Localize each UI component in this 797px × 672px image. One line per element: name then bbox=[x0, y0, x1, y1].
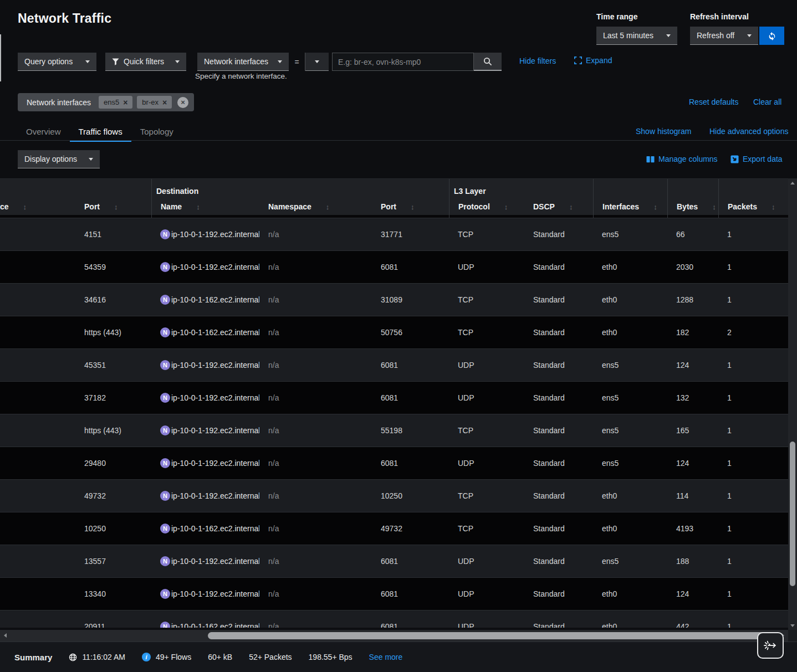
tab-topology[interactable]: Topology bbox=[131, 122, 182, 141]
cell-destination-name[interactable]: N ip-10-0-1-192.ec2.internal bbox=[151, 458, 259, 468]
chip-close-icon[interactable]: × bbox=[162, 99, 167, 106]
cell-namespace: n/a bbox=[259, 263, 372, 271]
export-data-link[interactable]: Export data bbox=[730, 155, 783, 163]
sort-icon[interactable]: ↕ bbox=[712, 203, 716, 211]
info-icon[interactable]: i bbox=[142, 653, 151, 661]
operator-dropdown[interactable] bbox=[305, 53, 329, 71]
cell-destination-name[interactable]: N ip-10-0-1-192.ec2.internal bbox=[151, 229, 259, 239]
query-options-label: Query options bbox=[24, 57, 73, 66]
cell-bytes: 182 bbox=[667, 328, 718, 337]
chevron-down-icon bbox=[666, 34, 671, 37]
sort-icon[interactable]: ↕ bbox=[653, 203, 657, 211]
sort-icon[interactable]: ↕ bbox=[504, 203, 508, 211]
tab-traffic-flows[interactable]: Traffic flows bbox=[70, 122, 131, 141]
cell-protocol: UDP bbox=[449, 361, 524, 370]
sort-icon[interactable]: ↕ bbox=[411, 203, 415, 211]
cell-destination-name[interactable]: N ip-10-0-1-162.ec2.internal bbox=[151, 327, 259, 337]
sort-icon[interactable]: ↕ bbox=[569, 203, 573, 211]
column-label: Bytes bbox=[677, 202, 698, 211]
flow-row[interactable]: 45351 N ip-10-0-1-192.ec2.internal n/a 6… bbox=[0, 348, 788, 381]
hide-filters-link[interactable]: Hide filters bbox=[519, 57, 556, 65]
column-header-namespace[interactable]: Namespace ↕ bbox=[259, 196, 372, 218]
column-header-name[interactable]: Name ↕ bbox=[151, 196, 259, 218]
pointer-mode-button[interactable] bbox=[757, 632, 784, 659]
time-range-select[interactable]: Last 5 minutes bbox=[596, 27, 677, 45]
flow-row[interactable]: 4151 N ip-10-0-1-192.ec2.internal n/a 31… bbox=[0, 218, 788, 250]
column-header-source-namespace[interactable]: ce ↕ bbox=[0, 196, 75, 218]
filter-chip-ens5[interactable]: ens5 × bbox=[99, 96, 132, 109]
horizontal-scrollbar[interactable] bbox=[0, 630, 788, 642]
sort-icon[interactable]: ↕ bbox=[114, 203, 118, 211]
search-icon bbox=[483, 57, 492, 66]
flow-row[interactable]: 13340 N ip-10-0-1-192.ec2.internal n/a 6… bbox=[0, 577, 788, 610]
sort-icon[interactable]: ↕ bbox=[772, 203, 775, 211]
column-label: Port bbox=[84, 202, 100, 211]
cell-destination-name[interactable]: N ip-10-0-1-192.ec2.internal bbox=[151, 589, 259, 599]
vertical-scrollbar[interactable] bbox=[788, 178, 797, 632]
column-header-bytes[interactable]: Bytes ↕ bbox=[667, 196, 718, 218]
see-more-link[interactable]: See more bbox=[369, 653, 403, 661]
flow-row[interactable]: 20911 N ip-10-0-1-162.ec2.internal n/a 6… bbox=[0, 610, 788, 628]
flow-row[interactable]: 37182 N ip-10-0-1-192.ec2.internal n/a 6… bbox=[0, 381, 788, 414]
flow-row[interactable]: 10250 N ip-10-0-1-162.ec2.internal n/a 4… bbox=[0, 512, 788, 545]
cell-namespace: n/a bbox=[259, 524, 372, 533]
cell-destination-name[interactable]: N ip-10-0-1-162.ec2.internal bbox=[151, 524, 259, 534]
column-header-dst-port[interactable]: Port ↕ bbox=[372, 196, 449, 218]
flow-row[interactable]: https (443) N ip-10-0-1-162.ec2.internal… bbox=[0, 316, 788, 348]
chip-group-dismiss-icon[interactable]: × bbox=[177, 97, 188, 108]
column-label: Interfaces bbox=[602, 202, 639, 211]
chip-close-icon[interactable]: × bbox=[123, 99, 127, 106]
cell-destination-name[interactable]: N ip-10-0-1-162.ec2.internal bbox=[151, 295, 259, 305]
sort-icon[interactable]: ↕ bbox=[196, 203, 200, 211]
cell-destination-name[interactable]: N ip-10-0-1-162.ec2.internal bbox=[151, 622, 259, 628]
cell-protocol: TCP bbox=[449, 491, 524, 500]
clear-all-link[interactable]: Clear all bbox=[753, 98, 781, 106]
scroll-up-icon[interactable] bbox=[790, 182, 795, 184]
column-header-interfaces[interactable]: Interfaces ↕ bbox=[593, 196, 667, 218]
scroll-left-icon[interactable] bbox=[4, 633, 7, 638]
cell-destination-name[interactable]: N ip-10-0-1-192.ec2.internal bbox=[151, 491, 259, 501]
show-histogram-link[interactable]: Show histogram bbox=[636, 127, 691, 136]
column-header-src-port[interactable]: Port ↕ bbox=[75, 196, 151, 218]
query-options-dropdown[interactable]: Query options bbox=[18, 53, 96, 71]
cell-destination-name[interactable]: N ip-10-0-1-192.ec2.internal bbox=[151, 360, 259, 370]
hide-advanced-options-link[interactable]: Hide advanced options bbox=[709, 127, 788, 136]
horizontal-scrollbar-thumb[interactable] bbox=[208, 632, 770, 639]
sort-icon[interactable]: ↕ bbox=[326, 203, 330, 211]
cell-destination-name[interactable]: N ip-10-0-1-192.ec2.internal bbox=[151, 262, 259, 272]
scroll-down-icon[interactable] bbox=[790, 624, 795, 627]
summary-packets-value: 52+ Packets bbox=[249, 653, 292, 661]
node-badge: N bbox=[160, 393, 170, 403]
column-header-packets[interactable]: Packets ↕ bbox=[718, 196, 787, 218]
refresh-button[interactable] bbox=[759, 27, 784, 45]
destination-group-header: Destination bbox=[151, 179, 449, 196]
flow-row[interactable]: 54359 N ip-10-0-1-192.ec2.internal n/a 6… bbox=[0, 250, 788, 283]
cell-src-port: 54359 bbox=[75, 263, 151, 271]
filter-chip-br-ex[interactable]: br-ex × bbox=[137, 96, 172, 109]
search-button[interactable] bbox=[474, 53, 502, 71]
flow-row[interactable]: 34616 N ip-10-0-1-162.ec2.internal n/a 3… bbox=[0, 283, 788, 316]
display-options-dropdown[interactable]: Display options bbox=[18, 150, 100, 168]
refresh-interval-select[interactable]: Refresh off bbox=[690, 27, 758, 45]
column-header-protocol[interactable]: Protocol ↕ bbox=[449, 196, 524, 218]
filter-field-select[interactable]: Network interfaces bbox=[197, 53, 289, 71]
reset-defaults-link[interactable]: Reset defaults bbox=[689, 98, 739, 106]
cell-protocol: UDP bbox=[449, 459, 524, 468]
flow-row[interactable]: https (443) N ip-10-0-1-192.ec2.internal… bbox=[0, 414, 788, 447]
manage-columns-link[interactable]: Manage columns bbox=[646, 155, 718, 163]
flow-row[interactable]: 29480 N ip-10-0-1-192.ec2.internal n/a 6… bbox=[0, 447, 788, 479]
vertical-scrollbar-thumb[interactable] bbox=[790, 442, 795, 586]
flow-row[interactable]: 49732 N ip-10-0-1-192.ec2.internal n/a 1… bbox=[0, 479, 788, 512]
flow-row[interactable]: 13557 N ip-10-0-1-192.ec2.internal n/a 6… bbox=[0, 545, 788, 577]
expand-link[interactable]: Expand bbox=[574, 56, 612, 65]
column-header-dscp[interactable]: DSCP ↕ bbox=[524, 196, 593, 218]
cell-destination-name[interactable]: N ip-10-0-1-192.ec2.internal bbox=[151, 556, 259, 566]
quick-filters-dropdown[interactable]: Quick filters bbox=[105, 53, 186, 71]
sort-icon[interactable]: ↕ bbox=[23, 203, 27, 211]
cell-dscp: Standard bbox=[524, 557, 593, 566]
tab-overview[interactable]: Overview bbox=[17, 122, 70, 141]
cell-destination-name[interactable]: N ip-10-0-1-192.ec2.internal bbox=[151, 425, 259, 435]
filter-search-input[interactable] bbox=[332, 53, 474, 71]
cell-dscp: Standard bbox=[524, 230, 593, 239]
cell-destination-name[interactable]: N ip-10-0-1-192.ec2.internal bbox=[151, 393, 259, 403]
